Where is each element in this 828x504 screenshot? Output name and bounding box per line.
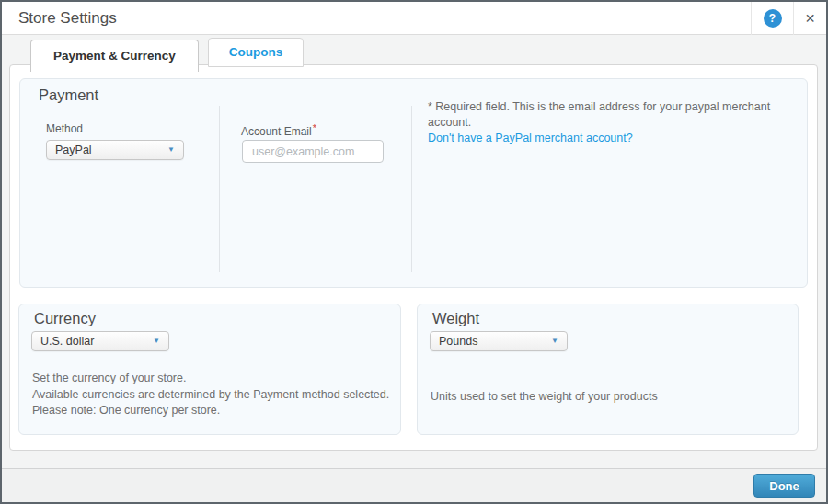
- close-icon: ✕: [805, 11, 816, 26]
- chevron-down-icon: ▼: [153, 338, 160, 345]
- tab-coupons[interactable]: Coupons: [208, 38, 305, 67]
- account-email-label: Account Email*: [241, 122, 316, 138]
- dialog-header: Store Settings ? ✕: [2, 2, 826, 35]
- payment-heading: Payment: [39, 86, 98, 104]
- required-note-line1: * Required field. This is the email addr…: [428, 99, 798, 115]
- weight-section: Weight Pounds ▼ Units used to set the we…: [417, 304, 799, 435]
- weight-description: Units used to set the weight of your pro…: [431, 389, 658, 406]
- currency-section: Currency U.S. dollar ▼ Set the currency …: [18, 304, 401, 435]
- chevron-down-icon: ▼: [167, 146, 175, 154]
- settings-content: Payment Method PayPal ▼ Account Email* *…: [9, 64, 818, 451]
- account-email-field[interactable]: [242, 140, 384, 163]
- weight-value: Pounds: [439, 335, 477, 348]
- weight-dropdown[interactable]: Pounds ▼: [430, 331, 568, 351]
- tab-bar: Payment & Currency Coupons: [30, 39, 304, 72]
- close-button[interactable]: ✕: [793, 2, 826, 35]
- dialog-footer: Done: [2, 468, 826, 502]
- done-button[interactable]: Done: [753, 474, 815, 498]
- payment-section: Payment Method PayPal ▼ Account Email* *…: [19, 78, 808, 288]
- help-icon: ?: [764, 9, 782, 28]
- column-divider: [411, 106, 412, 272]
- method-label: Method: [46, 122, 83, 135]
- currency-description: Set the currency of your store. Availabl…: [32, 371, 389, 419]
- required-asterisk: *: [313, 122, 316, 133]
- currency-value: U.S. dollar: [40, 335, 94, 348]
- paypal-merchant-link[interactable]: Don't have a PayPal merchant account: [428, 132, 627, 144]
- payment-method-value: PayPal: [55, 143, 92, 156]
- store-settings-dialog: Store Settings ? ✕ Payment & Currency Co…: [0, 0, 828, 504]
- currency-dropdown[interactable]: U.S. dollar ▼: [31, 331, 169, 351]
- page-title: Store Settings: [2, 9, 751, 28]
- link-question-mark: ?: [627, 132, 633, 144]
- help-button[interactable]: ?: [751, 2, 793, 35]
- weight-heading: Weight: [432, 310, 479, 327]
- payment-notes: * Required field. This is the email addr…: [428, 99, 798, 146]
- merchant-link-line: Don't have a PayPal merchant account?: [428, 131, 798, 146]
- chevron-down-icon: ▼: [551, 338, 558, 345]
- column-divider: [219, 106, 220, 272]
- payment-method-dropdown[interactable]: PayPal ▼: [46, 140, 184, 160]
- currency-heading: Currency: [34, 310, 96, 327]
- required-note-line2: account.: [428, 115, 798, 131]
- tab-payment-currency[interactable]: Payment & Currency: [30, 40, 199, 72]
